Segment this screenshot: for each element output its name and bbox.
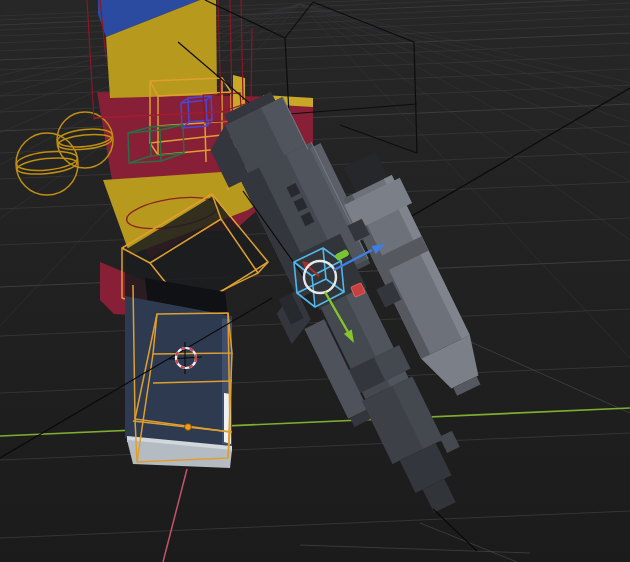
- origin-dot: [185, 424, 192, 431]
- 3d-viewport[interactable]: [0, 0, 630, 562]
